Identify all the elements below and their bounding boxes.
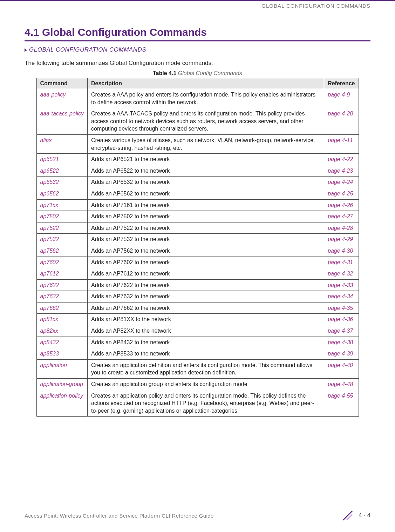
command-cell[interactable]: ap7502 — [36, 211, 88, 222]
description-cell: Adds an AP7622 to the network — [88, 279, 324, 291]
description-cell: Creates a AAA policy and enters its conf… — [88, 89, 324, 108]
footer-slash-icon — [342, 510, 354, 521]
description-cell: Adds an AP7532 to the network — [88, 234, 324, 245]
reference-cell[interactable]: page 4-37 — [324, 325, 359, 337]
reference-cell[interactable]: page 4-20 — [324, 108, 359, 135]
table-row: ap7502Adds an AP7502 to the networkpage … — [36, 211, 359, 222]
reference-cell[interactable]: page 4-22 — [324, 154, 359, 165]
command-cell[interactable]: application — [36, 359, 88, 378]
command-cell[interactable]: ap7632 — [36, 291, 88, 302]
command-cell[interactable]: ap8432 — [36, 337, 88, 348]
reference-cell[interactable]: page 4-32 — [324, 268, 359, 280]
reference-cell[interactable]: page 4-31 — [324, 257, 359, 268]
reference-cell[interactable]: page 4-24 — [324, 177, 359, 188]
reference-cell[interactable]: page 4-35 — [324, 302, 359, 314]
running-header: GLOBAL CONFIGURATION COMMANDS — [25, 1, 370, 9]
description-cell: Adds an AP6532 to the network — [88, 177, 324, 188]
command-cell[interactable]: ap7612 — [36, 268, 88, 280]
command-cell[interactable]: ap7562 — [36, 245, 88, 257]
table-header-row: Command Description Reference — [36, 78, 359, 89]
reference-cell[interactable]: page 4-48 — [324, 379, 359, 390]
table-row: applicationCreates an application defini… — [36, 359, 359, 378]
table-row: ap6522Adds an AP6522 to the networkpage … — [36, 165, 359, 177]
command-cell[interactable]: ap82xx — [36, 325, 88, 337]
command-cell[interactable]: aaa-tacacs-policy — [36, 108, 88, 135]
reference-cell[interactable]: page 4-40 — [324, 359, 359, 378]
description-cell: Adds an AP7161 to the network — [88, 199, 324, 211]
breadcrumb-arrow-icon — [25, 48, 27, 52]
table-row: ap82xxAdds an AP82XX to the networkpage … — [36, 325, 359, 337]
command-cell[interactable]: ap6521 — [36, 154, 88, 165]
header-reference: Reference — [324, 78, 359, 89]
table-row: ap7532Adds an AP7532 to the networkpage … — [36, 234, 359, 245]
table-row: aaa-policyCreates a AAA policy and enter… — [36, 89, 359, 108]
description-cell: Adds an AP7562 to the network — [88, 245, 324, 257]
command-cell[interactable]: ap7662 — [36, 302, 88, 314]
reference-cell[interactable]: page 4-34 — [324, 291, 359, 302]
command-cell[interactable]: ap7622 — [36, 279, 88, 291]
command-cell[interactable]: ap6532 — [36, 177, 88, 188]
reference-cell[interactable]: page 4-25 — [324, 188, 359, 199]
command-cell[interactable]: application-group — [36, 379, 88, 390]
command-cell[interactable]: alias — [36, 134, 88, 153]
table-row: ap7522Adds an AP7522 to the networkpage … — [36, 222, 359, 234]
table-row: ap71xxAdds an AP7161 to the networkpage … — [36, 199, 359, 211]
reference-cell[interactable]: page 4-33 — [324, 279, 359, 291]
table-row: ap6532Adds an AP6532 to the networkpage … — [36, 177, 359, 188]
table-caption: Table 4.1 Global Config Commands — [25, 70, 370, 77]
description-cell: Adds an AP7502 to the network — [88, 211, 324, 222]
command-cell[interactable]: ap6562 — [36, 188, 88, 199]
command-cell[interactable]: aaa-policy — [36, 89, 88, 108]
table-row: ap8432Adds an AP8432 to the networkpage … — [36, 337, 359, 348]
intro-text: The following table summarizes Global Co… — [25, 60, 370, 67]
table-row: ap7632Adds an AP7632 to the networkpage … — [36, 291, 359, 302]
table-row: ap6521Adds an AP6521 to the networkpage … — [36, 154, 359, 165]
reference-cell[interactable]: page 4-27 — [324, 211, 359, 222]
section-title: 4.1 Global Configuration Commands — [25, 26, 370, 41]
reference-cell[interactable]: page 4-36 — [324, 314, 359, 325]
footer-page-number: 4 - 4 — [359, 512, 370, 519]
reference-cell[interactable]: page 4-23 — [324, 165, 359, 177]
table-caption-number: Table 4.1 — [153, 70, 176, 76]
description-cell: Adds an AP7612 to the network — [88, 268, 324, 280]
breadcrumb[interactable]: GLOBAL CONFIGURATION COMMANDS — [25, 46, 370, 53]
description-cell: Adds an AP6521 to the network — [88, 154, 324, 165]
command-cell[interactable]: ap71xx — [36, 199, 88, 211]
command-cell[interactable]: ap7522 — [36, 222, 88, 234]
commands-table: Command Description Reference aaa-policy… — [36, 78, 359, 417]
description-cell: Creates an application policy and enters… — [88, 390, 324, 417]
description-cell: Adds an AP7632 to the network — [88, 291, 324, 302]
table-row: ap81xxAdds an AP81XX to the networkpage … — [36, 314, 359, 325]
reference-cell[interactable]: page 4-9 — [324, 89, 359, 108]
description-cell: Adds an AP6522 to the network — [88, 165, 324, 177]
reference-cell[interactable]: page 4-55 — [324, 390, 359, 417]
reference-cell[interactable]: page 4-30 — [324, 245, 359, 257]
command-cell[interactable]: application-policy — [36, 390, 88, 417]
reference-cell[interactable]: page 4-39 — [324, 348, 359, 360]
description-cell: Adds an AP82XX to the network — [88, 325, 324, 337]
description-cell: Adds an AP8533 to the network — [88, 348, 324, 360]
reference-cell[interactable]: page 4-26 — [324, 199, 359, 211]
command-cell[interactable]: ap7602 — [36, 257, 88, 268]
reference-cell[interactable]: page 4-38 — [324, 337, 359, 348]
description-cell: Creates various types of aliases, such a… — [88, 134, 324, 153]
header-command: Command — [36, 78, 88, 89]
table-row: ap8533Adds an AP8533 to the networkpage … — [36, 348, 359, 360]
command-cell[interactable]: ap8533 — [36, 348, 88, 360]
description-cell: Creates an application definition and en… — [88, 359, 324, 378]
description-cell: Adds an AP7662 to the network — [88, 302, 324, 314]
reference-cell[interactable]: page 4-28 — [324, 222, 359, 234]
table-row: application-policyCreates an application… — [36, 390, 359, 417]
table-row: aliasCreates various types of aliases, s… — [36, 134, 359, 153]
reference-cell[interactable]: page 4-11 — [324, 134, 359, 153]
command-cell[interactable]: ap6522 — [36, 165, 88, 177]
breadcrumb-text: GLOBAL CONFIGURATION COMMANDS — [29, 46, 146, 53]
table-row: application-groupCreates an application … — [36, 379, 359, 390]
header-description: Description — [88, 78, 324, 89]
command-cell[interactable]: ap7532 — [36, 234, 88, 245]
command-cell[interactable]: ap81xx — [36, 314, 88, 325]
table-row: ap7602Adds an AP7602 to the networkpage … — [36, 257, 359, 268]
table-row: ap7612Adds an AP7612 to the networkpage … — [36, 268, 359, 280]
description-cell: Adds an AP81XX to the network — [88, 314, 324, 325]
reference-cell[interactable]: page 4-29 — [324, 234, 359, 245]
